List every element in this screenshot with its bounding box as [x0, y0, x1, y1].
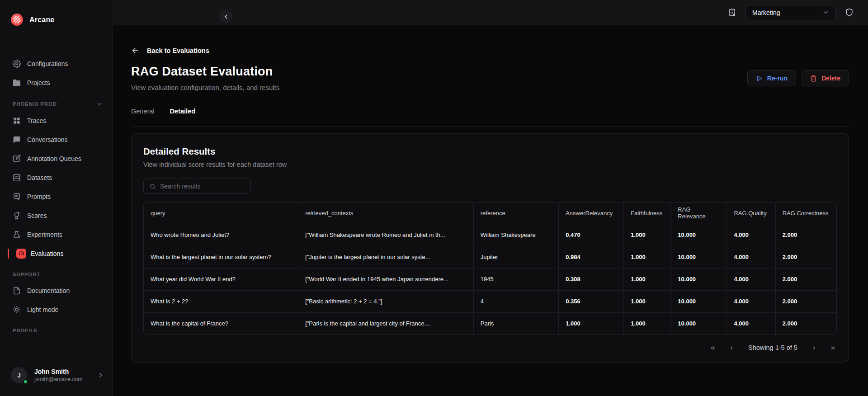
column-header[interactable]: RAG Correctness [775, 203, 836, 224]
cell-query: What is the largest planet in our solar … [144, 246, 298, 268]
cell-rag-quality: 4.000 [727, 290, 775, 312]
results-table: query retrieved_contexts reference Answe… [143, 202, 837, 335]
tab-bar: General Detailed [131, 108, 849, 115]
column-header[interactable]: reference [473, 203, 558, 224]
page-title: RAG Dataset Evaluation [131, 65, 279, 79]
table-row[interactable]: What year did World War II end? ["World … [144, 268, 836, 290]
cell-rag-relevance: 10.000 [671, 224, 727, 246]
search-icon [149, 183, 156, 190]
shield-icon[interactable] [845, 8, 854, 17]
score-badge-icon [13, 212, 21, 220]
sidebar-item-experiments[interactable]: Experiments [0, 226, 113, 244]
table-row[interactable]: What is 2 + 2? ["Basic arithmetic: 2 + 2… [144, 290, 836, 312]
cell-answer-relevancy: 1.000 [559, 312, 624, 335]
cell-query: What is 2 + 2? [144, 290, 298, 312]
sidebar-item-documentation[interactable]: Documentation [0, 282, 113, 300]
cell-faithfulness: 1.000 [624, 312, 671, 335]
workspace-dropdown[interactable]: Marketing [745, 5, 836, 20]
sidebar-item-projects[interactable]: Projects [0, 74, 113, 92]
sidebar-item-annotation-queues[interactable]: Annotation Queues [0, 150, 113, 168]
sidebar-section-project[interactable]: PHOENIX PROD [0, 101, 113, 107]
brand-logo: Arcane [0, 0, 113, 26]
sidebar-item-label: Documentation [27, 287, 70, 294]
file-icon [13, 287, 21, 295]
sidebar-item-prompts[interactable]: Prompts [0, 188, 113, 206]
building-icon[interactable] [728, 8, 736, 17]
cell-faithfulness: 1.000 [624, 290, 671, 312]
tab-general[interactable]: General [131, 108, 155, 115]
column-header[interactable]: AnswerRelevancy [559, 203, 624, 224]
column-header[interactable]: retrieved_contexts [298, 203, 474, 224]
sidebar-item-scores[interactable]: Scores [0, 207, 113, 225]
sidebar-nav: Configurations Projects PHOENIX PROD Tra… [0, 42, 113, 364]
sidebar-item-evaluations[interactable]: Evaluations [0, 245, 113, 263]
main-area: Marketing Back to Evaluations RAG Datase… [113, 0, 868, 396]
search-input[interactable] [160, 183, 245, 190]
sidebar-item-traces[interactable]: Traces [0, 112, 113, 130]
cell-faithfulness: 1.000 [624, 224, 671, 246]
prev-page-button[interactable]: ‹ [730, 344, 733, 351]
cell-query: What is the capital of France? [144, 312, 298, 335]
cell-retrieved-contexts: ["World War II ended in 1945 when Japan … [298, 268, 474, 290]
pagination-label: Showing 1-5 of 5 [748, 344, 797, 351]
first-page-button[interactable]: « [711, 344, 715, 351]
cell-query: Who wrote Romeo and Juliet? [144, 224, 298, 246]
column-header[interactable]: RAG Relevance [671, 203, 727, 224]
cell-faithfulness: 1.000 [624, 268, 671, 290]
gear-icon [13, 60, 21, 68]
card-title: Detailed Results [143, 146, 837, 157]
rerun-button[interactable]: Re-run [747, 70, 796, 86]
flask-icon [13, 231, 21, 239]
sidebar-section-support: SUPPORT [0, 272, 113, 277]
document-lines-icon [13, 193, 21, 201]
cell-answer-relevancy: 0.356 [559, 290, 624, 312]
chevron-down-icon [822, 9, 829, 16]
cell-retrieved-contexts: ["Basic arithmetic: 2 + 2 = 4."] [298, 290, 474, 312]
sun-icon [13, 306, 21, 314]
sidebar-item-light-mode[interactable]: Light mode [0, 301, 113, 319]
play-icon [756, 75, 763, 82]
online-status-dot [23, 379, 28, 384]
tab-detailed[interactable]: Detailed [170, 108, 195, 115]
cell-rag-correctness: 2.000 [775, 268, 836, 290]
detailed-results-card: Detailed Results View individual score r… [131, 133, 849, 363]
cell-reference: Jupiter [473, 246, 558, 268]
cell-answer-relevancy: 0.470 [559, 224, 624, 246]
sidebar-item-label: Annotation Queues [27, 155, 81, 162]
chevron-down-icon [96, 101, 103, 107]
table-row[interactable]: What is the largest planet in our solar … [144, 246, 836, 268]
sidebar-item-label: Light mode [27, 306, 58, 313]
back-link[interactable]: Back to Evaluations [131, 47, 849, 55]
sidebar-collapse-button[interactable] [220, 10, 232, 23]
column-header[interactable]: query [144, 203, 298, 224]
table-row[interactable]: Who wrote Romeo and Juliet? ["William Sh… [144, 224, 836, 246]
search-box[interactable] [143, 179, 251, 194]
cell-retrieved-contexts: ["Paris is the capital and largest city … [298, 312, 474, 335]
last-page-button[interactable]: » [831, 344, 835, 351]
sidebar-item-label: Scores [27, 212, 47, 219]
grid-icon [13, 117, 21, 125]
table-row[interactable]: What is the capital of France? ["Paris i… [144, 312, 836, 335]
sidebar-item-label: Projects [27, 79, 50, 86]
delete-button[interactable]: Delete [802, 70, 849, 86]
table-header-row: query retrieved_contexts reference Answe… [144, 203, 836, 224]
column-header[interactable]: RAG Quality [727, 203, 775, 224]
sidebar-item-conversations[interactable]: Conversations [0, 131, 113, 149]
brand-name: Arcane [29, 16, 54, 24]
page-subtitle: View evaluation configuration, details, … [131, 84, 279, 91]
sidebar-item-datasets[interactable]: Datasets [0, 169, 113, 187]
folder-icon [13, 79, 21, 87]
chat-bubble-icon [13, 136, 21, 144]
cell-rag-quality: 4.000 [727, 312, 775, 335]
cell-reference: Paris [473, 312, 558, 335]
profile-card[interactable]: J John Smith jsmith@arcane.com [0, 364, 113, 386]
sidebar-item-label: Prompts [27, 193, 51, 200]
cell-rag-relevance: 10.000 [671, 312, 727, 335]
chevron-right-icon [97, 372, 104, 379]
gauge-icon [16, 249, 26, 259]
cell-rag-relevance: 10.000 [671, 290, 727, 312]
column-header[interactable]: Faithfulness [624, 203, 671, 224]
sidebar-item-configurations[interactable]: Configurations [0, 55, 113, 73]
cell-rag-quality: 4.000 [727, 268, 775, 290]
next-page-button[interactable]: › [813, 344, 816, 351]
